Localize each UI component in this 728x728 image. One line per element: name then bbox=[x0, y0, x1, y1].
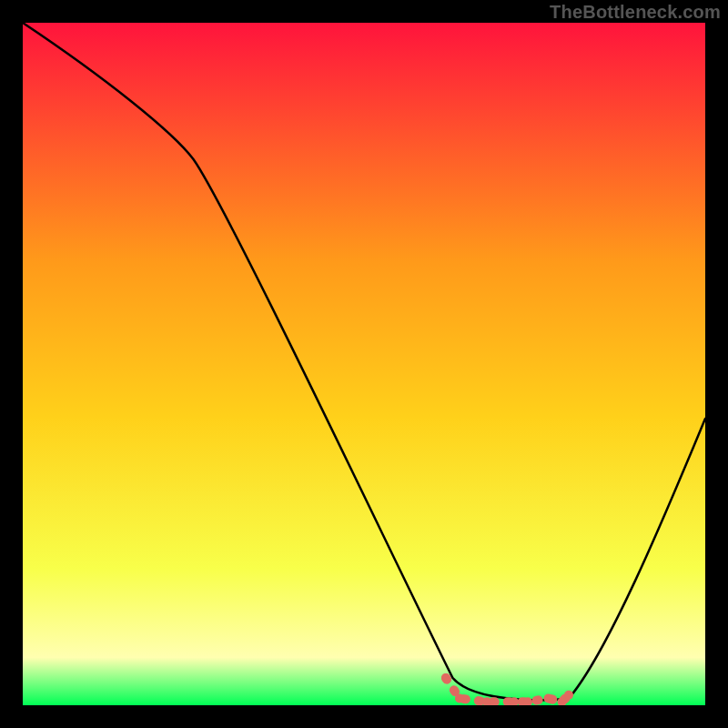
chart-container: TheBottleneck.com bbox=[0, 0, 728, 728]
gradient-background bbox=[23, 23, 705, 705]
optimal-dot bbox=[544, 694, 553, 703]
optimal-dot bbox=[564, 691, 573, 700]
chart-svg bbox=[23, 23, 705, 705]
optimal-dot bbox=[441, 673, 450, 682]
watermark-text: TheBottleneck.com bbox=[550, 2, 721, 23]
optimal-dot bbox=[455, 694, 464, 703]
plot-area bbox=[23, 23, 705, 705]
